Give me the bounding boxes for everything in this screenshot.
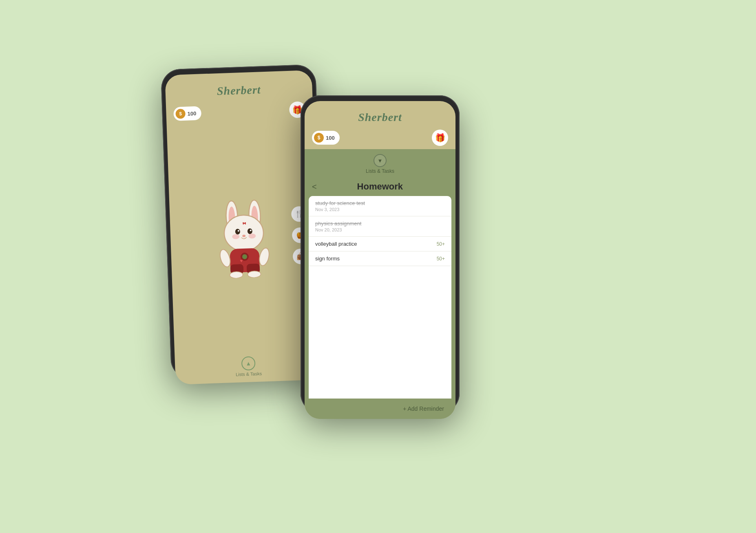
task-item-4[interactable]: sign forms 50+ [309, 251, 451, 266]
front-coin-badge: $ 100 [312, 131, 340, 145]
task-points-4: 50+ [437, 256, 445, 262]
front-coin-icon: $ [314, 133, 324, 143]
task-item-3[interactable]: volleyball practice 50+ [309, 237, 451, 251]
task-date-2: Nov 20, 2023 [315, 227, 445, 232]
front-gift-icon: 🎁 [435, 133, 445, 143]
task-row-3: volleyball practice 50+ [315, 241, 445, 247]
coin-badge: $ 100 [173, 106, 201, 121]
section-label: Lists & Tasks [366, 168, 394, 174]
lists-tasks-button[interactable]: ▲ Lists & Tasks [235, 356, 262, 377]
svg-point-18 [248, 271, 261, 278]
homework-title: Homework [323, 181, 437, 192]
back-button[interactable]: < [312, 182, 317, 192]
task-name-1: study for science test [315, 200, 445, 206]
arrow-up-icon: ▲ [241, 356, 256, 370]
front-header: Sherbert [305, 101, 455, 128]
task-item-1[interactable]: study for science test Nov 3, 2023 [309, 196, 451, 216]
back-header: Sherbert [165, 70, 312, 105]
coin-icon: $ [175, 109, 186, 119]
task-name-2: physics assignment [315, 220, 445, 227]
task-row-4: sign forms 50+ [315, 255, 445, 262]
task-points-3: 50+ [437, 241, 445, 247]
homework-header: < Homework [305, 177, 455, 196]
task-name-3: volleyball practice [315, 241, 357, 247]
coin-amount: 100 [187, 110, 196, 117]
front-coin-amount: 100 [326, 135, 335, 141]
front-app-title: Sherbert [358, 111, 402, 123]
front-top-row: $ 100 🎁 [305, 128, 455, 149]
add-reminder-button[interactable]: + Add Reminder [403, 405, 444, 412]
back-phone-screen: Sherbert $ 100 🎁 [165, 70, 322, 385]
svg-point-19 [218, 248, 232, 268]
dropdown-arrow-icon[interactable]: ▼ [374, 154, 387, 167]
back-app-title: Sherbert [217, 83, 261, 97]
svg-point-4 [223, 214, 264, 251]
front-body: ▼ Lists & Tasks < Homework study for sci… [305, 149, 455, 419]
task-list: study for science test Nov 3, 2023 physi… [309, 196, 451, 399]
front-phone-screen: Sherbert $ 100 🎁 ▼ Lists & Tasks [305, 101, 455, 419]
add-reminder-section: + Add Reminder [309, 399, 451, 419]
task-item-2[interactable]: physics assignment Nov 20, 2023 [309, 216, 451, 237]
lists-tasks-label: Lists & Tasks [236, 371, 262, 377]
svg-text:♥: ♥ [240, 258, 243, 264]
task-date-1: Nov 3, 2023 [315, 207, 445, 212]
bunny-character: ♥ [210, 195, 278, 279]
svg-point-17 [230, 271, 243, 278]
front-bottom: + Add Reminder [305, 399, 455, 419]
lists-tasks-header: ▼ Lists & Tasks [305, 149, 455, 177]
front-phone: Sherbert $ 100 🎁 ▼ Lists & Tasks [301, 95, 460, 413]
task-name-4: sign forms [315, 255, 340, 262]
svg-point-20 [258, 247, 270, 266]
front-gift-button[interactable]: 🎁 [432, 130, 448, 146]
back-body: ♥ 🍴 🍯 👜 [167, 121, 321, 353]
